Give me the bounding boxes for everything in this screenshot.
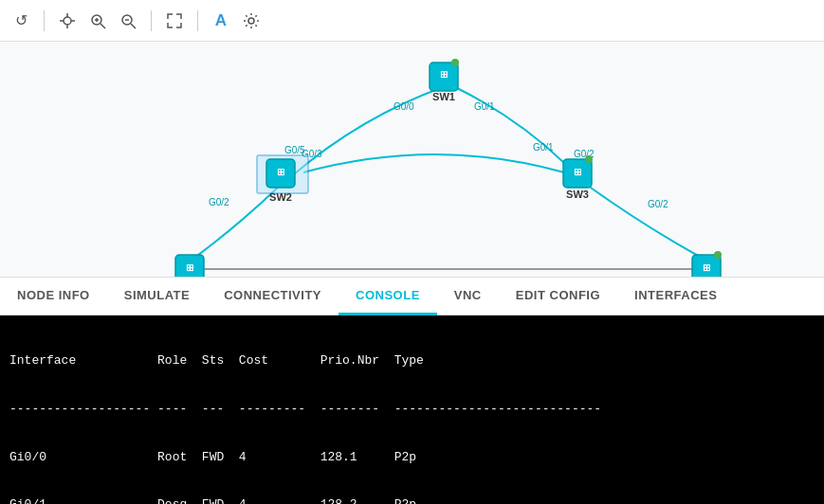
node-sw5-dot	[714, 251, 722, 259]
node-sw3-icon: ⊞	[574, 167, 581, 177]
separator-3	[197, 10, 198, 31]
console-row-1: Gi0/1 Desq FWD 4 128.2 P2p	[9, 495, 815, 504]
node-sw3-dot	[585, 155, 593, 163]
expand-icon[interactable]	[163, 9, 186, 32]
settings-icon[interactable]	[240, 9, 263, 32]
tab-node-info[interactable]: NODE INFO	[0, 278, 107, 315]
link-sw2-sw3	[303, 154, 564, 172]
link-sw1-sw2	[294, 87, 443, 174]
svg-line-10	[131, 24, 136, 28]
tab-edit-config[interactable]: EDIT CONFIG	[499, 278, 617, 315]
link-label-g00: G0/0	[394, 101, 414, 112]
node-sw3-label: SW3	[566, 189, 589, 200]
zoom-out-icon[interactable]	[117, 9, 139, 32]
link-label-g02-sw5: G0/2	[648, 199, 668, 209]
separator-2	[151, 10, 152, 31]
link-label-g01-sw1: G0/1	[474, 101, 495, 112]
tab-interfaces[interactable]: INTERFACES	[617, 278, 734, 315]
bottom-panel: NODE INFO SIMULATE CONNECTIVITY CONSOLE …	[0, 277, 824, 504]
link-sw3-sw5	[588, 186, 702, 258]
console-output[interactable]: Interface Role Sts Cost Prio.Nbr Type --…	[0, 315, 824, 504]
tab-bar: NODE INFO SIMULATE CONNECTIVITY CONSOLE …	[0, 278, 824, 315]
svg-point-12	[248, 18, 254, 24]
tab-connectivity[interactable]: CONNECTIVITY	[207, 278, 339, 315]
node-sw1-label: SW1	[432, 91, 455, 102]
tab-simulate[interactable]: SIMULATE	[107, 278, 207, 315]
toolbar: ↺ A	[0, 0, 824, 42]
svg-line-6	[101, 24, 105, 28]
node-sw5-icon: ⊞	[703, 262, 710, 273]
tab-vnc[interactable]: VNC	[437, 278, 499, 315]
console-row-0: Gi0/0 Root FWD 4 128.1 P2p	[9, 448, 815, 468]
console-header: Interface Role Sts Cost Prio.Nbr Type	[9, 351, 815, 371]
refresh-icon[interactable]: ↺	[9, 9, 32, 32]
link-sw2-sw4	[194, 186, 280, 258]
pointer-icon[interactable]	[56, 9, 79, 32]
console-separator: ------------------- ---- --- --------- -…	[9, 400, 815, 420]
text-icon[interactable]: A	[210, 9, 232, 32]
separator-1	[44, 10, 45, 31]
link-label-g01-sw3: G0/1	[533, 142, 554, 153]
zoom-in-icon[interactable]	[86, 9, 109, 32]
node-sw2-label: SW2	[269, 191, 292, 203]
svg-point-0	[64, 17, 71, 25]
node-sw2-icon: ⊞	[277, 167, 284, 177]
tab-console[interactable]: CONSOLE	[339, 278, 437, 315]
node-sw1-dot	[451, 59, 459, 66]
node-sw4-icon: ⊞	[186, 262, 193, 273]
link-label-g02-sw2: G0/2	[209, 197, 229, 207]
node-sw1-icon: ⊞	[440, 69, 448, 80]
